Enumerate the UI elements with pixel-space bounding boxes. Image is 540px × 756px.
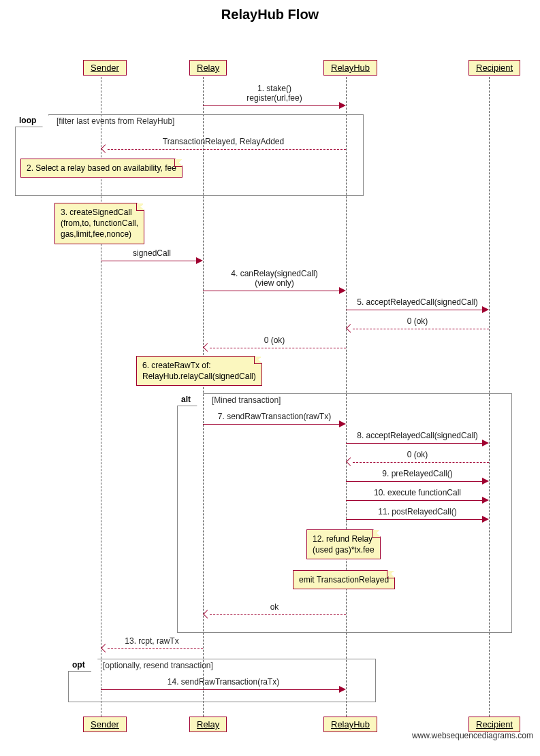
msg-canrelay1: 4. canRelay(signedCall) xyxy=(203,269,346,278)
note-emit: emit TransactionRelayed xyxy=(293,570,395,589)
actor-relayhub-bottom: RelayHub xyxy=(323,717,377,732)
diagram-title: RelayHub Flow xyxy=(0,0,540,22)
frame-alt-cond: [Mined transaction] xyxy=(212,395,281,405)
msg-pre: 9. preRelayedCall() xyxy=(346,469,489,478)
arrow-head-3 xyxy=(196,257,203,264)
frame-loop-label: loop xyxy=(15,114,49,127)
arrow-head-11 xyxy=(482,478,489,484)
msg-ok1: 0 (ok) xyxy=(346,316,489,326)
msg-register: register(url,fee) xyxy=(203,93,346,103)
actor-recipient-bottom: Recipient xyxy=(468,717,520,732)
msg-rcpt: 13. rcpt, rawTx xyxy=(101,636,203,646)
actor-relayhub-top: RelayHub xyxy=(323,60,377,76)
arrow-head-4 xyxy=(339,287,346,294)
msg-events: TransactionRelayed, RelayAdded xyxy=(101,137,346,146)
actor-sender-top: Sender xyxy=(83,60,127,76)
frame-loop: loop [filter last events from RelayHub] xyxy=(15,114,364,196)
arrow-6 xyxy=(353,329,489,329)
arrow-15 xyxy=(108,648,203,649)
note-refund: 12. refund Relay (used gas)*tx.fee xyxy=(306,529,381,559)
msg-accept2: 8. acceptRelayedCall(signedCall) xyxy=(346,431,489,440)
arrow-10 xyxy=(353,462,489,463)
msg-ok2: 0 (ok) xyxy=(203,335,346,345)
msg-accept1: 5. acceptRelayedCall(signedCall) xyxy=(346,297,489,307)
note-select-relay: 2. Select a relay based on availability,… xyxy=(20,159,182,178)
arrow-8 xyxy=(203,424,339,425)
frame-opt-cond: [optionally, resend transaction] xyxy=(103,661,213,670)
arrow-head-1 xyxy=(339,102,346,109)
arrow-head-9 xyxy=(482,440,489,446)
msg-ok3: 0 (ok) xyxy=(346,450,489,459)
footer-credit: www.websequencediagrams.com xyxy=(412,731,533,740)
msg-stake: 1. stake() xyxy=(203,84,346,93)
arrow-head-8 xyxy=(339,421,346,427)
arrow-12 xyxy=(346,500,482,501)
arrow-5 xyxy=(346,310,482,310)
msg-canrelay2: (view only) xyxy=(203,278,346,288)
msg-signedcall: signedCall xyxy=(101,248,203,258)
arrow-3 xyxy=(101,261,196,261)
msg-post: 11. postRelayedCall() xyxy=(346,507,489,516)
frame-opt-label: opt xyxy=(68,659,98,672)
msg-sendraw2: 14. sendRawTransaction(raTx) xyxy=(101,677,346,687)
msg-sendraw: 7. sendRawTransaction(rawTx) xyxy=(203,412,346,421)
arrow-9 xyxy=(346,443,482,444)
arrow-11 xyxy=(346,481,482,482)
arrow-head-5 xyxy=(482,306,489,313)
note-raw-tx: 6. createRawTx of: RelayHub.relayCall(si… xyxy=(136,356,262,386)
actor-recipient-top: Recipient xyxy=(468,60,520,76)
sequence-diagram: Sender Relay RelayHub Recipient Sender R… xyxy=(0,22,540,744)
arrow-head-16 xyxy=(339,686,346,693)
actor-relay-top: Relay xyxy=(189,60,227,76)
msg-exec: 10. execute functionCall xyxy=(346,488,489,497)
arrow-16 xyxy=(101,689,339,690)
arrow-2 xyxy=(108,149,346,150)
actor-relay-bottom: Relay xyxy=(189,717,227,732)
arrow-7 xyxy=(210,348,346,348)
arrow-14 xyxy=(210,614,346,615)
arrow-head-13 xyxy=(482,516,489,523)
msg-ok4: ok xyxy=(203,602,346,612)
frame-loop-cond: [filter last events from RelayHub] xyxy=(57,116,174,126)
frame-alt-label: alt xyxy=(177,393,204,406)
arrow-1 xyxy=(203,105,339,106)
actor-sender-bottom: Sender xyxy=(83,717,127,732)
arrow-head-12 xyxy=(482,497,489,504)
arrow-4 xyxy=(203,291,339,291)
arrow-13 xyxy=(346,519,482,520)
note-create-signed-call: 3. createSignedCall (from,to, functionCa… xyxy=(54,203,144,244)
